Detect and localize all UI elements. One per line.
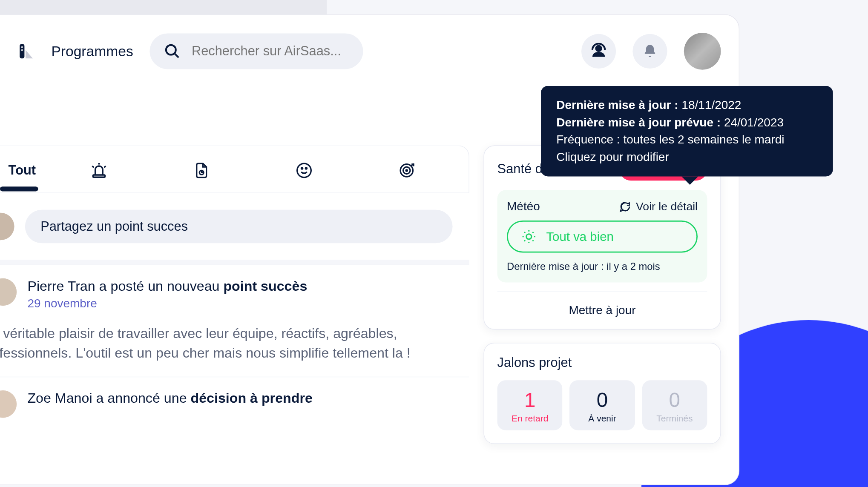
compose-placeholder: Partagez un point succes [40, 219, 188, 234]
bell-icon [642, 43, 658, 59]
milestone-label: En retard [501, 413, 559, 423]
feed-title-bold: décision à prendre [191, 390, 313, 406]
update-button[interactable]: Mettre à jour [497, 291, 707, 329]
feed-item-title: Zoe Manoi a annoncé une décision à prend… [27, 390, 312, 407]
tooltip-value: 24/01/2023 [724, 116, 784, 129]
milestones-card: Jalons projet 1 En retard 0 À venir 0 Te [483, 343, 721, 444]
detail-link-label: Voir le détail [636, 200, 698, 213]
milestones-title: Jalons projet [497, 355, 707, 370]
svg-line-9 [104, 166, 106, 168]
headset-icon [590, 43, 607, 60]
notifications-button[interactable] [632, 34, 667, 69]
status-ok-pill[interactable]: Tout va bien [507, 221, 698, 253]
tab-all[interactable]: Tout [0, 158, 48, 191]
svg-point-13 [305, 168, 307, 169]
tooltip-line: Dernière mise à jour prévue : 24/01/2023 [556, 114, 817, 131]
sun-icon [521, 229, 537, 244]
milestone-label: À venir [573, 413, 631, 423]
milestone-upcoming[interactable]: 0 À venir [569, 380, 635, 430]
svg-line-4 [175, 54, 179, 57]
feed-item[interactable]: Pierre Tran a posté un nouveau point suc… [0, 265, 469, 377]
svg-point-11 [297, 163, 311, 178]
milestone-label: Terminés [646, 413, 704, 423]
svg-point-5 [596, 46, 601, 51]
feed-tabs: Tout [0, 146, 469, 193]
tab-goals[interactable] [355, 158, 458, 192]
feed-item-date: 29 novembre [27, 297, 307, 310]
feed-title-prefix: Zoe Manoi a annoncé une [27, 390, 190, 406]
top-bar: Programmes [0, 15, 739, 88]
tooltip-line: Cliquez pour modifier [556, 149, 817, 166]
smile-icon [296, 162, 312, 179]
app-window: Programmes [0, 14, 739, 485]
milestone-count: 0 [573, 389, 631, 412]
user-avatar[interactable] [684, 33, 721, 70]
feed-item-title: Pierre Tran a posté un nouveau point suc… [27, 278, 307, 295]
milestone-count: 0 [646, 389, 704, 412]
feed-item[interactable]: Zoe Manoi a annoncé une décision à prend… [0, 376, 469, 430]
compose-row: Partagez un point succes [0, 193, 469, 260]
weather-label: Météo [507, 200, 540, 213]
app-logo-icon [18, 43, 34, 60]
svg-point-18 [526, 234, 532, 239]
siren-icon [90, 161, 108, 179]
tab-mood[interactable] [253, 158, 356, 192]
status-ok-label: Tout va bien [546, 229, 614, 244]
update-tooltip[interactable]: Dernière mise à jour : 18/11/2022 Derniè… [541, 86, 833, 177]
search-input[interactable] [192, 43, 349, 59]
target-icon [398, 162, 415, 179]
tooltip-line: Dernière mise à jour : 18/11/2022 [556, 97, 817, 114]
svg-line-8 [92, 166, 94, 168]
milestone-late[interactable]: 1 En retard [497, 380, 563, 430]
right-column: Santé du projet En retard Météo [483, 146, 721, 444]
page-title: Programmes [51, 43, 133, 60]
divider [0, 260, 469, 264]
feed-item-body: n véritable plaisir de travailler avec l… [0, 324, 453, 363]
search-field[interactable] [150, 33, 363, 69]
svg-point-1 [21, 46, 23, 48]
svg-rect-0 [20, 44, 24, 59]
milestone-done[interactable]: 0 Terminés [642, 380, 707, 430]
svg-rect-6 [93, 175, 105, 177]
feed-avatar [0, 390, 17, 418]
tooltip-value: 18/11/2022 [681, 98, 741, 112]
weather-last-update: Dernière mise à jour : il y a 2 mois [507, 261, 698, 273]
tooltip-label: Dernière mise à jour prévue : [556, 116, 724, 129]
milestone-count: 1 [501, 389, 559, 412]
see-detail-link[interactable]: Voir le détail [619, 200, 698, 213]
compose-input[interactable]: Partagez un point succes [25, 210, 453, 243]
feed-title-prefix: Pierre Tran a posté un nouveau [27, 278, 223, 294]
tab-alerts[interactable] [48, 157, 150, 192]
tooltip-line: Fréquence : toutes les 2 semaines le mar… [556, 131, 817, 149]
search-icon [164, 43, 181, 60]
svg-point-2 [21, 49, 23, 51]
tab-reports[interactable] [150, 158, 253, 192]
compose-avatar [0, 213, 14, 240]
svg-point-12 [301, 168, 302, 169]
chat-icon [619, 201, 631, 212]
tab-all-label: Tout [9, 163, 36, 178]
svg-point-3 [166, 45, 176, 55]
support-button[interactable] [581, 34, 616, 69]
file-chart-icon [193, 162, 210, 179]
browser-tab-bar [0, 0, 327, 14]
svg-point-16 [406, 170, 407, 171]
tooltip-label: Dernière mise à jour : [556, 98, 681, 112]
feed-column: Tout [0, 146, 469, 431]
weather-box: Météo Voir le détail [497, 190, 707, 283]
feed-avatar [0, 278, 17, 306]
feed-title-bold: point succès [223, 278, 307, 294]
